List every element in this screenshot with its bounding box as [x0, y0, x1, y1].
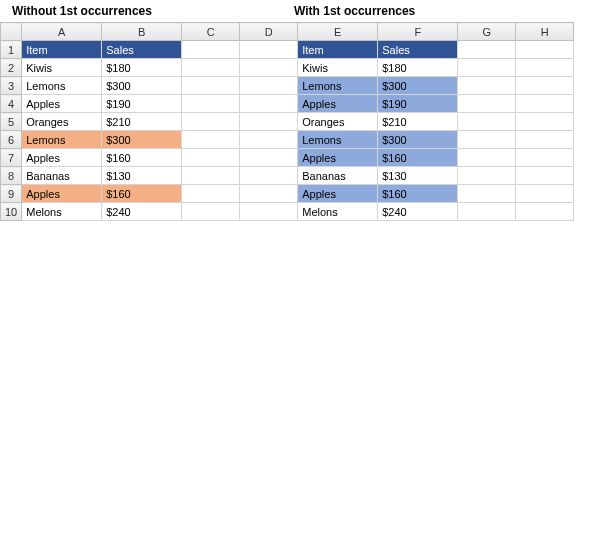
row-header[interactable]: 7	[1, 149, 22, 167]
spreadsheet-grid[interactable]: A B C D E F G H 1ItemSalesItemSales2Kiwi…	[0, 22, 574, 221]
cell[interactable]: $210	[378, 113, 458, 131]
cell[interactable]: $190	[378, 95, 458, 113]
cell[interactable]	[516, 41, 574, 59]
cell[interactable]	[458, 167, 516, 185]
cell[interactable]	[458, 77, 516, 95]
col-header[interactable]: E	[298, 23, 378, 41]
row-header[interactable]: 3	[1, 77, 22, 95]
cell[interactable]: $300	[378, 131, 458, 149]
col-header[interactable]: A	[22, 23, 102, 41]
cell[interactable]: Melons	[22, 203, 102, 221]
row-header[interactable]: 10	[1, 203, 22, 221]
cell[interactable]	[182, 185, 240, 203]
row-header[interactable]: 5	[1, 113, 22, 131]
cell[interactable]: Bananas	[298, 167, 378, 185]
cell[interactable]	[516, 185, 574, 203]
cell[interactable]: Lemons	[298, 77, 378, 95]
row-header[interactable]: 8	[1, 167, 22, 185]
cell[interactable]: $160	[102, 185, 182, 203]
cell[interactable]	[182, 77, 240, 95]
cell[interactable]: $160	[378, 149, 458, 167]
cell[interactable]	[458, 149, 516, 167]
row-header[interactable]: 9	[1, 185, 22, 203]
cell[interactable]	[240, 95, 298, 113]
cell[interactable]	[182, 167, 240, 185]
cell[interactable]	[516, 149, 574, 167]
cell[interactable]	[516, 95, 574, 113]
cell[interactable]: Apples	[298, 185, 378, 203]
cell[interactable]	[458, 131, 516, 149]
cell[interactable]: Apples	[298, 149, 378, 167]
row-header[interactable]: 6	[1, 131, 22, 149]
cell[interactable]: $180	[378, 59, 458, 77]
row-header[interactable]: 1	[1, 41, 22, 59]
cell[interactable]: Apples	[22, 149, 102, 167]
cell[interactable]: Oranges	[22, 113, 102, 131]
cell[interactable]: Lemons	[22, 77, 102, 95]
col-header[interactable]: G	[458, 23, 516, 41]
cell[interactable]: Melons	[298, 203, 378, 221]
cell[interactable]	[516, 167, 574, 185]
cell[interactable]	[182, 131, 240, 149]
col-header[interactable]: B	[102, 23, 182, 41]
cell[interactable]: $160	[378, 185, 458, 203]
cell[interactable]	[516, 131, 574, 149]
cell[interactable]: Apples	[22, 185, 102, 203]
col-header[interactable]: F	[378, 23, 458, 41]
cell[interactable]	[240, 167, 298, 185]
cell[interactable]	[458, 59, 516, 77]
cell[interactable]	[516, 77, 574, 95]
cell[interactable]: $160	[102, 149, 182, 167]
col-header[interactable]: H	[516, 23, 574, 41]
col-header[interactable]: C	[182, 23, 240, 41]
cell[interactable]	[516, 203, 574, 221]
cell[interactable]: Sales	[378, 41, 458, 59]
cell[interactable]: Kiwis	[298, 59, 378, 77]
cell[interactable]	[458, 95, 516, 113]
cell[interactable]: $240	[102, 203, 182, 221]
cell[interactable]: Lemons	[298, 131, 378, 149]
cell[interactable]	[240, 203, 298, 221]
cell[interactable]	[516, 59, 574, 77]
row-header[interactable]: 4	[1, 95, 22, 113]
cell[interactable]: $300	[378, 77, 458, 95]
cell[interactable]	[182, 113, 240, 131]
cell[interactable]	[182, 59, 240, 77]
cell[interactable]: Item	[298, 41, 378, 59]
cell[interactable]	[458, 185, 516, 203]
cell[interactable]	[240, 77, 298, 95]
cell[interactable]: $210	[102, 113, 182, 131]
cell[interactable]	[182, 41, 240, 59]
cell[interactable]: Item	[22, 41, 102, 59]
cell[interactable]	[182, 203, 240, 221]
cell[interactable]	[240, 113, 298, 131]
cell[interactable]: Oranges	[298, 113, 378, 131]
cell[interactable]	[182, 149, 240, 167]
cell[interactable]: $180	[102, 59, 182, 77]
select-all-corner[interactable]	[1, 23, 22, 41]
cell[interactable]	[240, 131, 298, 149]
cell[interactable]: Sales	[102, 41, 182, 59]
cell[interactable]	[458, 113, 516, 131]
cell[interactable]: $300	[102, 131, 182, 149]
cell[interactable]: $130	[378, 167, 458, 185]
cell[interactable]: Apples	[298, 95, 378, 113]
cell[interactable]	[458, 203, 516, 221]
cell[interactable]: Bananas	[22, 167, 102, 185]
cell[interactable]	[240, 185, 298, 203]
cell[interactable]: Lemons	[22, 131, 102, 149]
cell[interactable]: $240	[378, 203, 458, 221]
cell[interactable]: $190	[102, 95, 182, 113]
cell[interactable]	[240, 149, 298, 167]
cell[interactable]: Kiwis	[22, 59, 102, 77]
cell[interactable]	[516, 113, 574, 131]
cell[interactable]: $130	[102, 167, 182, 185]
cell[interactable]	[240, 59, 298, 77]
cell[interactable]	[458, 41, 516, 59]
cell[interactable]: Apples	[22, 95, 102, 113]
cell[interactable]	[182, 95, 240, 113]
cell[interactable]	[240, 41, 298, 59]
cell[interactable]: $300	[102, 77, 182, 95]
col-header[interactable]: D	[240, 23, 298, 41]
row-header[interactable]: 2	[1, 59, 22, 77]
